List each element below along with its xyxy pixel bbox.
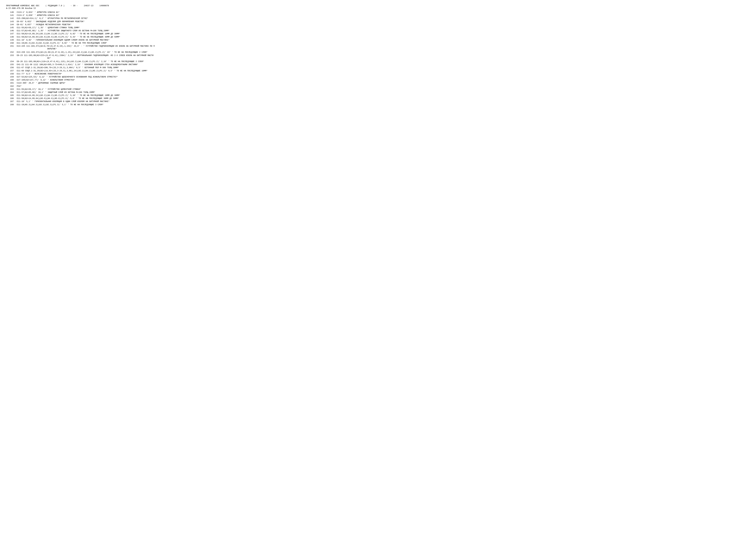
table-row: 146Е11-57(А2=65,88)' 1,35' ' УСТРОЙСТВО … — [6, 29, 750, 32]
row-number: 152 — [6, 51, 17, 54]
continuation-text: КЕ* — [47, 57, 51, 60]
content-area: 140С124-1' 0,024' ' АРМАТУРА КЛАССА А1*1… — [6, 11, 750, 106]
row-number: 156 — [6, 66, 17, 69]
table-row: 144Е8-61' 0,037' ' УКЛАДКА МЕТАЛЛИЧЕСКИХ… — [6, 23, 750, 26]
table-row: 151Е13-225 111-103,371(А2=0,78+(0,47-0,1… — [6, 45, 750, 51]
row-number: 166 — [6, 97, 17, 100]
header-line2: А-IУ-600-476.90 Альбом I2 — [6, 7, 750, 10]
row-continuation: ОКРЫТИЕ* — [17, 47, 155, 50]
table-row: 149Е11-18' 0,92' ' ГОРИЗОНТАЛЬНАЯ ИЗОЛЯЦ… — [6, 39, 750, 42]
table-row: 147Е11-58(А2=14,89,2#)(А3.2)(А4.2)(А5.2)… — [6, 33, 750, 35]
row-number: 162 — [6, 85, 17, 88]
row-text: Е8-61' 0,037' ' УКЛАДКА МЕТАЛЛИЧЕСКИХ РЕ… — [17, 23, 71, 26]
row-text: Е11-55(А2=59,17)' 10,1' ' УСТРОЙСТВО ЦЕМ… — [17, 88, 81, 91]
row-number: 158 — [6, 72, 17, 75]
row-number: 140 — [6, 11, 17, 14]
table-row: 157Е11-68 СOЦП.1-31,29(А2=(14,93+(33,3-2… — [6, 70, 750, 72]
row-text: С124-1' 0,024' ' АРМАТУРА КЛАССА А1* — [17, 11, 60, 14]
row-number: 151 — [6, 45, 17, 47]
row-text: Е11-58(А2=14,89,6#)(А3.6)(А4.6)(А5.6)(Р1… — [17, 36, 120, 39]
row-number: 141 — [6, 14, 17, 17]
table-row: 143Е6-83' 0,022' ' ЗАКЛАДНЫЕ ИЗДЕЛИЯ ДЛЯ… — [6, 20, 750, 23]
row-text: Е11-58(А2=14,89,6#)(А3.6)(А4.6)(А5.6)(Р1… — [17, 97, 119, 100]
row-continuation: КЕ* — [17, 57, 153, 60]
row-text: Е11-18' 5,1' ' ГОРИЗОНТАЛЬНАЯ ИЗОЛЯЦИЯ В… — [17, 100, 110, 103]
row-text: Е11-67 ССЦП.1-31,29(А2=100,76+(33,3-29,3… — [17, 66, 119, 69]
row-number: 160 — [6, 79, 17, 81]
row-number: 149 — [6, 39, 17, 42]
row-text: Е13-225 111-103,371(А2=0,78+(0,47-0,19),… — [17, 45, 155, 47]
page-number: - 39 - — [70, 5, 78, 7]
row-text: Е11-19(А5.3)(А4.3)(А3.3)(А2.3)(Р1.3)' 5,… — [17, 103, 104, 106]
row-text: Е11-19(А5.3)(А3.3)(А4.3)(А2.3)(Р1.3)' 0,… — [17, 42, 107, 44]
row-text: С124-3' 0,039' ' АРМАТУРА КЛАССА А3* — [17, 14, 60, 17]
row-number: 142 — [6, 17, 17, 20]
header-line1: ПРОГРАММНЫЙ КОМПЛЕКС АВС-ЗЕС ( РЕДАКЦИЯ … — [6, 5, 750, 7]
row-text: Е11-57(А2=65,88)' 10,1' ' ЗАЩИТНЫЙ СЛОЙ … — [17, 91, 95, 94]
table-row: 168Е11-19(А5.3)(А4.3)(А3.3)(А2.3)(Р1.3)'… — [6, 103, 750, 106]
row-text: Е41-21 111-30 1112 180(А2=365,3-73+640;3… — [17, 63, 138, 66]
row-text: Е15-298(А2=314,1)' 0,2' ' ШТУКАТУРКА ПО … — [17, 17, 88, 20]
program-name: ПРОГРАММНЫЙ КОМПЛЕКС АВС-ЗЕС — [6, 5, 39, 7]
row-number: 154 — [6, 60, 17, 63]
row-text: Е27-169(А2=147,77)' 0,12' ' АСФАЛЬТОВАЯ … — [17, 79, 75, 81]
row-text: Е11-77' 0,5' ' ЖЕЛЕЗНЕНИЕ ПОВЕРХНОСТИ* — [17, 72, 62, 75]
table-row: 155Е41-21 111-30 1112 180(А2=365,3-73+64… — [6, 63, 750, 66]
table-row: 156Е11-67 ССЦП.1-31,29(А2=100,76+(33,3-2… — [6, 66, 750, 69]
row-number: 167 — [6, 100, 17, 103]
row-number: 150 — [6, 42, 17, 44]
row-number: 161 — [6, 82, 17, 84]
row-number: 163 — [6, 88, 17, 91]
row-number: 168 — [6, 103, 17, 106]
table-row: 153Е8-23 111-103,80(А2=225+(0,47-0,41),2… — [6, 54, 750, 60]
row-text: Е11-58(А2=14,89,2#)(А3.2)(А4.2)(А5.2)(Р1… — [17, 94, 120, 97]
table-row: 163Е11-55(А2=59,17)' 10,1' ' УСТРОЙСТВО … — [6, 88, 750, 91]
document-num: 14900078 — [99, 5, 109, 7]
row-number: 147 — [6, 33, 17, 35]
table-row: 141С124-3' 0,039' ' АРМАТУРА КЛАССА А3* — [6, 14, 750, 17]
table-row: 150Е11-19(А5.3)(А3.3)(А4.3)(А2.3)(Р1.3)'… — [6, 42, 750, 44]
table-row: 154Е8-26 111-103,80(А2=(116+(0,47-0,41),… — [6, 60, 750, 63]
table-row: 159Е27-52(А2=125,53)' 0,12' ' УСТРОЙСТВО… — [6, 76, 750, 78]
row-number: 155 — [6, 63, 17, 66]
row-number: 143 — [6, 20, 17, 23]
table-row: 165Е11-58(А2=14,89,2#)(А3.2)(А4.2)(А5.2)… — [6, 94, 750, 97]
table-row: 164Е11-57(А2=65,88)' 10,1' ' ЗАЩИТНЫЙ СЛ… — [6, 91, 750, 94]
row-text: Е11-68 СOЦП.1-31,29(А2=(14,93+(33,3-29,3… — [17, 70, 148, 72]
row-number: 157 — [6, 70, 17, 72]
row-number: 148 — [6, 36, 17, 39]
row-text: Е6-83' 0,022' ' ЗАКЛАДНЫЕ ИЗДЕЛИЯ ДЛЯ ОБ… — [17, 20, 85, 23]
row-text: Е13-226 111-103,371(А2=(0,38+(0,47-0,19)… — [17, 51, 148, 54]
row-text: Е11-57(А2=65,88)' 1,35' ' УСТРОЙСТВО ЗАЩ… — [17, 29, 110, 32]
row-number: 165 — [6, 94, 17, 97]
table-row: 142Е15-298(А2=314,1)' 0,2' ' ШТУКАТУРКА … — [6, 17, 750, 20]
row-text: С122-405' 26,0' ' ДЕРЕВЯНЫЕ СЪЕМНЫЕ ЩИТЫ… — [17, 82, 66, 84]
table-row: 158Е11-77' 0,5' ' ЖЕЛЕЗНЕНИЕ ПОВЕРХНОСТИ… — [6, 72, 750, 75]
row-text: Р34* — [17, 85, 21, 88]
table-row: 166Е11-58(А2=14,89,6#)(А3.6)(А4.6)(А5.6)… — [6, 97, 750, 100]
row-text: Е11-18' 0,92' ' ГОРИЗОНТАЛЬНАЯ ИЗОЛЯЦИЯ … — [17, 39, 110, 42]
document-code: 24637-13 — [84, 5, 93, 7]
page-header: ПРОГРАММНЫЙ КОМПЛЕКС АВС-ЗЕС ( РЕДАКЦИЯ … — [6, 5, 750, 10]
edition: ( РЕДАКЦИЯ 7.0 ) — [45, 5, 65, 7]
continuation-text: ОКРЫТИЕ* — [47, 47, 57, 50]
row-number: 145 — [6, 26, 17, 29]
table-row: 145Е11-55(А2=59,17)' 1,35' ' ЦЕМЕНТНАЯ С… — [6, 26, 750, 29]
table-row: 152Е13-226 111-103,371(А2=(0,38+(0,47-0,… — [6, 51, 750, 54]
row-number: 153 — [6, 54, 17, 57]
table-row: 161С122-405' 26,0' ' ДЕРЕВЯНЫЕ СЪЕМНЫЕ Щ… — [6, 82, 750, 84]
row-text: Е11-58(А2=14,89,2#)(А3.2)(А4.2)(А5.2)(Р1… — [17, 33, 120, 35]
row-number: 164 — [6, 91, 17, 94]
table-row: 160Е27-169(А2=147,77)' 0,12' ' АСФАЛЬТОВ… — [6, 79, 750, 81]
row-text: Е8-23 111-103,80(А2=225+(0,47-0,41),230#… — [17, 54, 153, 57]
row-number: 144 — [6, 23, 17, 26]
row-text: Е8-26 111-103,80(А2=(116+(0,47-0,41),115… — [17, 60, 144, 63]
table-row: 167Е11-18' 5,1' ' ГОРИЗОНТАЛЬНАЯ ИЗОЛЯЦИ… — [6, 100, 750, 103]
row-number: 159 — [6, 76, 17, 78]
row-text: Е11-55(А2=59,17)' 1,35' ' ЦЕМЕНТНАЯ СТЯЖ… — [17, 26, 80, 29]
table-row: 162Р34* — [6, 85, 750, 88]
table-row: 140С124-1' 0,024' ' АРМАТУРА КЛАССА А1* — [6, 11, 750, 14]
row-text: Е27-52(А2=125,53)' 0,12' ' УСТРОЙСТВО ЩЕ… — [17, 76, 118, 78]
table-row: 148Е11-58(А2=14,89,6#)(А3.6)(А4.6)(А5.6)… — [6, 36, 750, 39]
row-number: 146 — [6, 29, 17, 32]
